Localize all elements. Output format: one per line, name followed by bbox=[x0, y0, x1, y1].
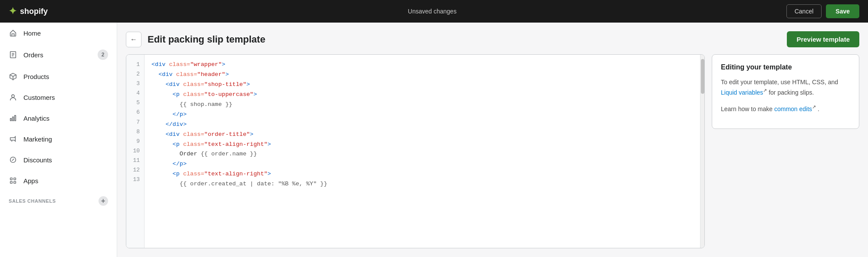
svg-rect-4 bbox=[15, 115, 16, 121]
info-p2-after: . bbox=[816, 105, 819, 112]
code-line: <p class="text-align-right"> bbox=[151, 169, 693, 179]
products-icon bbox=[9, 72, 17, 81]
orders-icon bbox=[9, 50, 17, 59]
svg-point-1 bbox=[12, 95, 14, 97]
sidebar-item-label-products: Products bbox=[23, 73, 108, 80]
add-sales-channel-button[interactable]: + bbox=[99, 196, 108, 206]
line-number: 5 bbox=[126, 98, 144, 108]
topbar-actions: Cancel Save bbox=[786, 4, 859, 18]
svg-rect-3 bbox=[13, 117, 14, 121]
page-title: Edit packing slip template bbox=[148, 34, 781, 45]
line-number: 4 bbox=[126, 89, 144, 98]
code-editor[interactable]: 12345678910111213 <div class="wrapper"> … bbox=[126, 54, 705, 248]
sidebar-item-label-discounts: Discounts bbox=[23, 156, 108, 164]
customers-icon bbox=[9, 93, 17, 102]
svg-rect-7 bbox=[10, 181, 13, 184]
sidebar-item-products[interactable]: Products bbox=[0, 66, 117, 87]
sidebar-item-discounts[interactable]: Discounts bbox=[0, 149, 117, 170]
sidebar-item-label-customers: Customers bbox=[23, 94, 108, 101]
svg-rect-2 bbox=[10, 119, 12, 121]
info-card-title: Editing your template bbox=[721, 63, 850, 71]
logo: ✦ shopify bbox=[9, 6, 78, 17]
back-button[interactable]: ← bbox=[126, 32, 141, 47]
sidebar-item-apps[interactable]: Apps bbox=[0, 170, 117, 191]
line-number: 11 bbox=[126, 156, 144, 165]
svg-rect-5 bbox=[10, 178, 13, 180]
svg-rect-8 bbox=[14, 181, 16, 184]
code-line: </p> bbox=[151, 110, 693, 120]
analytics-icon bbox=[9, 114, 17, 122]
info-p1-after: for packing slips. bbox=[767, 89, 814, 96]
code-line: </div> bbox=[151, 120, 693, 130]
liquid-ext-icon: ↗ bbox=[763, 88, 767, 93]
sidebar-badge-orders: 2 bbox=[98, 49, 108, 60]
line-number: 2 bbox=[126, 69, 144, 79]
editor-area: 12345678910111213 <div class="wrapper"> … bbox=[126, 54, 859, 248]
sidebar-item-label-orders: Orders bbox=[23, 51, 92, 59]
info-card: Editing your template To edit your templ… bbox=[712, 54, 859, 129]
sidebar-item-label-home: Home bbox=[23, 30, 108, 37]
side-panel: Editing your template To edit your templ… bbox=[712, 54, 859, 248]
sidebar-item-orders[interactable]: Orders2 bbox=[0, 43, 117, 66]
sidebar-item-marketing[interactable]: Marketing bbox=[0, 128, 117, 149]
common-edits-link[interactable]: common edits bbox=[774, 105, 812, 112]
info-paragraph-2: Learn how to make common edits↗ . bbox=[721, 103, 850, 114]
code-line: </p> bbox=[151, 159, 693, 169]
home-icon bbox=[9, 29, 17, 37]
line-number: 10 bbox=[126, 146, 144, 156]
shopify-logo-icon: ✦ bbox=[9, 6, 16, 17]
info-p2-before: Learn how to make bbox=[721, 105, 774, 112]
line-number: 13 bbox=[126, 175, 144, 185]
code-content: 12345678910111213 <div class="wrapper"> … bbox=[126, 55, 704, 248]
code-line: {{ order.created_at | date: "%B %e, %Y" … bbox=[151, 179, 693, 189]
sidebar-item-customers[interactable]: Customers bbox=[0, 87, 117, 108]
svg-rect-6 bbox=[14, 178, 16, 180]
topbar: ✦ shopify Unsaved changes Cancel Save bbox=[0, 0, 868, 23]
line-number: 6 bbox=[126, 108, 144, 117]
main-layout: HomeOrders2ProductsCustomersAnalyticsMar… bbox=[0, 23, 868, 257]
liquid-variables-link[interactable]: Liquid variables bbox=[721, 89, 763, 96]
code-line: <p class="text-align-right"> bbox=[151, 140, 693, 150]
sidebar-item-label-analytics: Analytics bbox=[23, 115, 108, 122]
code-line: {{ shop.name }} bbox=[151, 100, 693, 110]
discounts-icon bbox=[9, 155, 17, 164]
code-line: <div class="wrapper"> bbox=[151, 60, 693, 70]
sales-channels-section: SALES CHANNELS+ bbox=[0, 191, 117, 208]
sidebar-item-analytics[interactable]: Analytics bbox=[0, 108, 117, 128]
sales-channels-label: SALES CHANNELS bbox=[9, 198, 56, 204]
sidebar-item-label-marketing: Marketing bbox=[23, 135, 108, 143]
common-edits-ext-icon: ↗ bbox=[812, 104, 816, 109]
info-paragraph-1: To edit your template, use HTML, CSS, an… bbox=[721, 77, 850, 97]
unsaved-label: Unsaved changes bbox=[78, 8, 786, 15]
logo-text: shopify bbox=[20, 7, 48, 16]
code-line: <div class="header"> bbox=[151, 70, 693, 80]
sidebar: HomeOrders2ProductsCustomersAnalyticsMar… bbox=[0, 23, 117, 257]
line-number: 3 bbox=[126, 79, 144, 89]
line-number: 1 bbox=[126, 60, 144, 69]
sidebar-item-home[interactable]: Home bbox=[0, 23, 117, 43]
sidebar-item-label-apps: Apps bbox=[23, 177, 108, 185]
cancel-button[interactable]: Cancel bbox=[786, 4, 822, 18]
content-area: ← Edit packing slip template Preview tem… bbox=[117, 23, 868, 257]
line-numbers: 12345678910111213 bbox=[126, 55, 145, 248]
code-line: Order {{ order.name }} bbox=[151, 149, 693, 159]
scrollbar-track[interactable] bbox=[700, 55, 704, 248]
line-number: 8 bbox=[126, 127, 144, 137]
apps-icon bbox=[9, 176, 17, 185]
preview-template-button[interactable]: Preview template bbox=[787, 31, 859, 47]
line-number: 9 bbox=[126, 137, 144, 146]
scrollbar-thumb[interactable] bbox=[701, 59, 704, 94]
info-p1-before: To edit your template, use HTML, CSS, an… bbox=[721, 79, 838, 86]
code-line: <div class="shop-title"> bbox=[151, 80, 693, 90]
save-button[interactable]: Save bbox=[826, 4, 859, 18]
marketing-icon bbox=[9, 135, 17, 143]
content-header: ← Edit packing slip template Preview tem… bbox=[126, 31, 859, 47]
line-number: 12 bbox=[126, 165, 144, 175]
code-line: <p class="to-uppercase"> bbox=[151, 90, 693, 100]
code-line: <div class="order-title"> bbox=[151, 130, 693, 140]
code-lines[interactable]: <div class="wrapper"> <div class="header… bbox=[145, 55, 700, 248]
line-number: 7 bbox=[126, 118, 144, 127]
